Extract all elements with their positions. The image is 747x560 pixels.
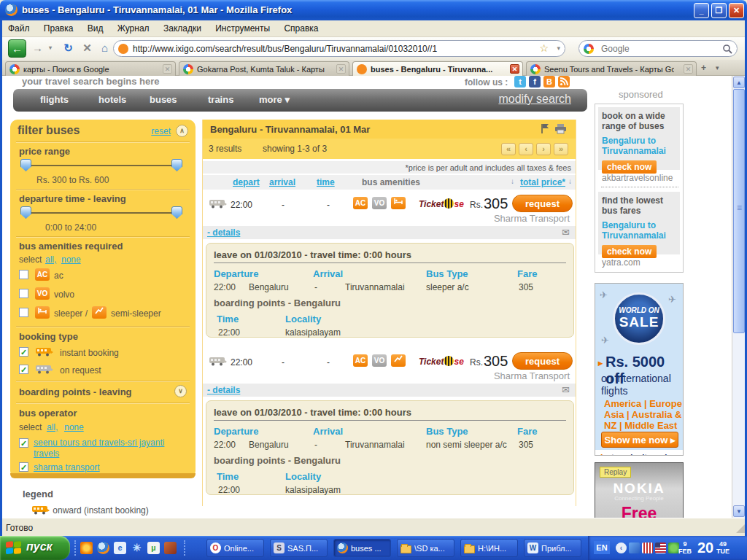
twitter-icon[interactable]: t bbox=[514, 76, 526, 88]
stop-button[interactable]: ✕ bbox=[78, 39, 96, 58]
forward-button[interactable]: → bbox=[28, 39, 47, 58]
operator-none-link[interactable]: none bbox=[64, 422, 84, 432]
new-tab-button[interactable]: + bbox=[701, 63, 706, 73]
facebook-icon[interactable]: f bbox=[529, 76, 541, 88]
maximize-button[interactable]: ❐ bbox=[711, 3, 727, 18]
on-request-checkbox[interactable]: ✓ bbox=[19, 365, 28, 374]
close-button[interactable]: ✕ bbox=[729, 3, 744, 18]
request-button[interactable]: request bbox=[512, 352, 573, 370]
replay-button[interactable]: Replay bbox=[600, 467, 631, 478]
operator2-checkbox[interactable]: ✓ bbox=[19, 462, 28, 472]
quicklaunch-star-icon[interactable]: ✳ bbox=[131, 542, 143, 554]
request-button[interactable]: request bbox=[512, 195, 573, 212]
home-button[interactable]: ⌂ bbox=[96, 39, 114, 58]
taskbar-button-word[interactable]: W Прибл... bbox=[524, 539, 581, 557]
quicklaunch-utorrent-icon[interactable]: µ bbox=[147, 542, 160, 554]
bookmark-flag-icon[interactable] bbox=[541, 123, 549, 134]
page-next-button[interactable]: › bbox=[536, 143, 551, 155]
ad-akbar[interactable]: book on a wide range of buses Bengaluru … bbox=[598, 107, 680, 170]
select-none-link[interactable]: none bbox=[61, 254, 81, 265]
url-input[interactable] bbox=[133, 42, 527, 55]
details-link[interactable]: - details bbox=[207, 385, 240, 395]
operator2-link[interactable]: sharma transport bbox=[34, 462, 100, 472]
language-indicator[interactable]: EN bbox=[594, 541, 610, 554]
bookmark-star-icon[interactable]: ☆ bbox=[539, 42, 549, 54]
operator1-checkbox[interactable]: ✓ bbox=[19, 438, 28, 448]
email-envelope-icon[interactable]: ✉ bbox=[562, 384, 570, 395]
nav-hotels[interactable]: hotels bbox=[98, 94, 126, 105]
taskbar-button-sas[interactable]: S SAS.П... bbox=[270, 539, 328, 557]
collapse-up-icon[interactable]: ∧ bbox=[176, 125, 188, 137]
reset-link[interactable]: reset bbox=[151, 126, 171, 136]
menu-history[interactable]: Журнал bbox=[112, 20, 155, 34]
ad-route-link[interactable]: Bengaluru to Tiruvannamalai bbox=[602, 220, 676, 241]
menu-view[interactable]: Вид bbox=[82, 20, 109, 34]
history-dropdown-icon[interactable]: ▾ bbox=[46, 39, 55, 58]
taskbar-button-buses[interactable]: buses ... bbox=[333, 539, 391, 557]
tab-close-icon[interactable]: ✕ bbox=[336, 64, 346, 74]
download-manager-icon[interactable] bbox=[642, 542, 653, 553]
start-button[interactable]: пуск bbox=[0, 536, 70, 560]
page-first-button[interactable]: « bbox=[501, 143, 516, 155]
sort-time[interactable]: time bbox=[317, 177, 335, 187]
minimize-button[interactable]: _ bbox=[694, 3, 709, 18]
sort-total-price[interactable]: total price* bbox=[520, 177, 565, 187]
scrollbar-thumb[interactable] bbox=[733, 89, 745, 333]
nokia-ad[interactable]: Replay NOKIA Connecting People Free Navi… bbox=[595, 462, 684, 518]
tab-close-icon[interactable]: ✕ bbox=[163, 64, 172, 74]
blogger-icon[interactable]: B bbox=[543, 76, 555, 88]
sleeper-checkbox[interactable] bbox=[19, 308, 28, 317]
scroll-down-icon[interactable]: ▼ bbox=[733, 505, 745, 517]
resize-grip[interactable] bbox=[736, 524, 745, 533]
tab-buses-active[interactable]: buses - Bengaluru - Tiruvanna... ✕ bbox=[352, 61, 523, 76]
vertical-scrollbar[interactable]: ▲ ▼ bbox=[732, 76, 745, 518]
tab-close-icon[interactable]: ✕ bbox=[684, 64, 693, 74]
antivirus-icon[interactable] bbox=[668, 542, 679, 553]
back-button[interactable]: ← bbox=[8, 39, 26, 58]
departure-max-handle[interactable] bbox=[171, 206, 182, 219]
check-now-button[interactable]: check now bbox=[602, 160, 657, 174]
quicklaunch-app-icon[interactable] bbox=[80, 542, 93, 554]
menu-bookmarks[interactable]: Закладки bbox=[158, 20, 207, 34]
menu-tools[interactable]: Инструменты bbox=[209, 20, 276, 34]
tab-google-search[interactable]: карты - Поиск в Google ✕ bbox=[5, 61, 176, 76]
web-search-input[interactable] bbox=[601, 42, 711, 55]
price-min-handle[interactable] bbox=[20, 159, 31, 171]
tab-gokarna-maps[interactable]: Gokarna Post, Kumta Taluk - Карты ... ✕ bbox=[179, 61, 349, 76]
operator-all-link[interactable]: all, bbox=[47, 422, 58, 432]
check-now-button[interactable]: check now bbox=[602, 245, 657, 258]
taskbar-button-online[interactable]: O Online... bbox=[206, 539, 264, 557]
us-flag-icon[interactable] bbox=[655, 542, 666, 553]
show-me-now-button[interactable]: Show me now ▸ bbox=[601, 432, 678, 448]
scroll-up-icon[interactable]: ▲ bbox=[733, 77, 745, 88]
reload-button[interactable]: ↻ bbox=[59, 39, 77, 58]
page-last-button[interactable]: » bbox=[554, 143, 568, 155]
taskbar-button-h-drive[interactable]: H:\ИН... bbox=[460, 539, 518, 557]
nav-trains[interactable]: trains bbox=[208, 94, 233, 105]
nav-more[interactable]: more ▾ bbox=[259, 94, 290, 105]
instant-booking-checkbox[interactable]: ✓ bbox=[19, 347, 28, 357]
ac-checkbox[interactable] bbox=[19, 270, 28, 279]
expand-down-icon[interactable]: ∨ bbox=[174, 385, 187, 397]
rss-icon[interactable] bbox=[558, 76, 570, 88]
tab-close-icon[interactable]: ✕ bbox=[510, 64, 519, 74]
tray-collapse-icon[interactable]: ‹ bbox=[616, 542, 627, 553]
ad-route-link[interactable]: Bengaluru to Tiruvannamalai bbox=[602, 136, 676, 156]
select-all-link[interactable]: all, bbox=[45, 254, 56, 265]
travelocity-ad[interactable]: ✈ ✈ ✈ WORLD ON SALE Rs. 5000 off on inte… bbox=[595, 283, 684, 456]
details-link[interactable]: - details bbox=[207, 228, 240, 238]
menu-edit[interactable]: Правка bbox=[38, 20, 80, 34]
volvo-checkbox[interactable] bbox=[19, 289, 28, 298]
url-dropdown-icon[interactable]: ▾ bbox=[557, 44, 560, 52]
quicklaunch-app2-icon[interactable] bbox=[164, 542, 177, 554]
taskbar-button-sd[interactable]: \SD ка... bbox=[397, 539, 454, 557]
email-envelope-icon[interactable]: ✉ bbox=[562, 227, 570, 238]
sort-depart[interactable]: depart bbox=[233, 177, 260, 187]
menu-help[interactable]: Справка bbox=[278, 20, 324, 34]
quicklaunch-firefox-icon[interactable] bbox=[97, 542, 109, 554]
page-prev-button[interactable]: ‹ bbox=[519, 143, 533, 155]
price-max-handle[interactable] bbox=[171, 159, 182, 171]
magnifier-icon[interactable] bbox=[722, 44, 732, 54]
network-icon[interactable] bbox=[629, 542, 640, 553]
print-icon[interactable] bbox=[554, 123, 567, 134]
